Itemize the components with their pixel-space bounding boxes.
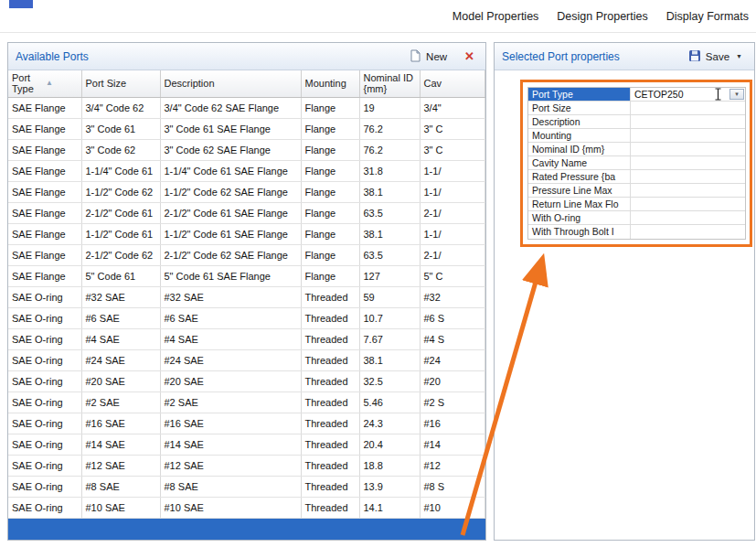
- table-cell[interactable]: 3/4": [420, 97, 485, 118]
- table-cell[interactable]: #8 SAE: [160, 476, 301, 497]
- menu-item-model-properties[interactable]: Model Properties: [451, 8, 541, 25]
- table-cell[interactable]: #6 SAE: [160, 307, 301, 328]
- property-row[interactable]: Description: [528, 115, 745, 129]
- table-cell[interactable]: #2 SAE: [81, 391, 160, 413]
- table-cell[interactable]: 63.5: [359, 202, 420, 223]
- property-value[interactable]: [631, 211, 745, 224]
- table-cell[interactable]: 2-1/2" Code 62 SAE Flange: [160, 244, 301, 265]
- table-cell[interactable]: 5" Code 61: [81, 265, 160, 286]
- table-cell[interactable]: 3" C: [420, 139, 485, 160]
- table-cell[interactable]: Flange: [301, 181, 359, 202]
- table-cell[interactable]: 3/4" Code 62: [81, 97, 160, 118]
- property-value[interactable]: [631, 198, 745, 210]
- table-cell[interactable]: 5.46: [359, 391, 420, 413]
- column-header-port-size[interactable]: Port Size: [81, 70, 160, 97]
- table-cell[interactable]: Threaded: [301, 497, 359, 518]
- table-cell[interactable]: 38.1: [359, 181, 420, 202]
- table-cell[interactable]: #32 SAE: [81, 286, 160, 307]
- property-row[interactable]: Port Size: [528, 102, 745, 115]
- table-cell[interactable]: Flange: [301, 160, 359, 181]
- table-cell[interactable]: 10.7: [359, 307, 420, 328]
- table-cell[interactable]: 19: [359, 97, 420, 118]
- table-cell[interactable]: 2-1/2" Code 62: [81, 244, 160, 265]
- table-cell[interactable]: Threaded: [301, 434, 359, 455]
- property-row[interactable]: With O-ring: [528, 211, 745, 225]
- property-label[interactable]: Description: [528, 115, 631, 128]
- table-cell[interactable]: SAE O-ring: [8, 307, 81, 328]
- property-label[interactable]: Pressure Line Max: [528, 184, 631, 197]
- table-cell[interactable]: Flange: [301, 223, 359, 244]
- table-cell[interactable]: #16 SAE: [160, 413, 301, 434]
- table-row[interactable]: SAE O-ring#4 SAE#4 SAEThreaded7.67#4 S: [8, 328, 485, 349]
- table-row[interactable]: SAE O-ring#14 SAE#14 SAEThreaded20.4#14: [8, 434, 485, 455]
- close-icon[interactable]: ✕: [461, 50, 478, 62]
- table-cell[interactable]: Flange: [301, 265, 359, 286]
- table-cell[interactable]: 2-1/: [420, 202, 485, 223]
- table-cell[interactable]: 1-1/2" Code 61 SAE Flange: [160, 223, 301, 244]
- table-row[interactable]: SAE O-ring#24 SAE#24 SAEThreaded38.1#24: [8, 349, 485, 370]
- table-cell[interactable]: #14 SAE: [160, 434, 301, 455]
- table-cell[interactable]: Threaded: [301, 455, 359, 476]
- table-cell[interactable]: #24: [420, 349, 485, 370]
- table-cell[interactable]: Threaded: [301, 286, 359, 307]
- new-button[interactable]: New: [404, 47, 452, 67]
- table-row[interactable]: SAE Flange1-1/4" Code 611-1/4" Code 61 S…: [8, 160, 485, 181]
- property-value[interactable]: [631, 102, 745, 114]
- property-value[interactable]: [631, 170, 745, 183]
- port-type-input[interactable]: CETOP250: [634, 89, 684, 100]
- table-cell[interactable]: SAE O-ring: [8, 413, 81, 434]
- table-cell[interactable]: SAE O-ring: [8, 497, 81, 518]
- table-cell[interactable]: #20 SAE: [81, 370, 160, 391]
- table-cell[interactable]: SAE Flange: [8, 244, 81, 265]
- table-row[interactable]: SAE Flange3/4" Code 623/4" Code 62 SAE F…: [8, 97, 485, 118]
- table-row[interactable]: SAE O-ring#16 SAE#16 SAEThreaded24.3#16: [8, 413, 485, 434]
- table-cell[interactable]: 1-1/: [420, 160, 485, 181]
- table-cell[interactable]: #16: [420, 413, 485, 434]
- property-label[interactable]: With O-ring: [528, 211, 631, 224]
- column-header-mounting[interactable]: Mounting: [301, 70, 359, 97]
- table-row[interactable]: SAE O-ring#32 SAE#32 SAEThreaded59#32: [8, 286, 485, 307]
- table-cell[interactable]: 1-1/2" Code 62 SAE Flange: [160, 181, 301, 202]
- table-cell[interactable]: #8 S: [420, 476, 485, 497]
- table-cell[interactable]: [160, 518, 301, 539]
- table-cell[interactable]: Threaded: [301, 413, 359, 434]
- table-cell[interactable]: [8, 518, 81, 539]
- table-cell[interactable]: [81, 518, 160, 539]
- table-cell[interactable]: #32: [420, 286, 485, 307]
- table-cell[interactable]: 38.1: [359, 349, 420, 370]
- property-label[interactable]: With Through Bolt I: [528, 225, 631, 239]
- table-cell[interactable]: #14 SAE: [81, 434, 160, 455]
- column-header-description[interactable]: Description: [160, 70, 301, 97]
- table-cell[interactable]: SAE O-ring: [8, 391, 81, 413]
- table-row[interactable]: SAE O-ring#6 SAE#6 SAEThreaded10.7#6 S: [8, 307, 485, 328]
- table-row[interactable]: SAE O-ring#12 SAE#12 SAEThreaded18.8#12: [8, 455, 485, 476]
- property-value[interactable]: CETOP250▾: [631, 88, 745, 101]
- table-row[interactable]: SAE O-ring#2 SAE#2 SAEThreaded5.46#2 S: [8, 391, 485, 413]
- table-cell[interactable]: SAE O-ring: [8, 476, 81, 497]
- table-cell[interactable]: 24.3: [359, 413, 420, 434]
- table-cell[interactable]: 3" Code 62 SAE Flange: [160, 139, 301, 160]
- column-header-port-type[interactable]: Port Type▲: [8, 70, 81, 97]
- table-cell[interactable]: Flange: [301, 139, 359, 160]
- table-cell[interactable]: 2-1/2" Code 61: [81, 202, 160, 223]
- table-cell[interactable]: #32 SAE: [160, 286, 301, 307]
- property-row[interactable]: Cavity Name: [528, 156, 745, 170]
- chevron-down-icon[interactable]: ▼: [736, 53, 742, 59]
- property-value[interactable]: [631, 184, 745, 197]
- table-cell[interactable]: #4 SAE: [81, 328, 160, 349]
- table-cell[interactable]: 31.8: [359, 160, 420, 181]
- table-cell[interactable]: #14: [420, 434, 485, 455]
- table-cell[interactable]: 76.2: [359, 118, 420, 139]
- table-cell[interactable]: 3" Code 62: [81, 139, 160, 160]
- table-cell[interactable]: #12: [420, 455, 485, 476]
- property-row[interactable]: Mounting: [528, 129, 745, 143]
- table-cell[interactable]: Threaded: [301, 307, 359, 328]
- property-label[interactable]: Mounting: [528, 129, 631, 142]
- table-cell[interactable]: [420, 518, 485, 539]
- column-header-cav[interactable]: Cav: [420, 70, 485, 97]
- property-label[interactable]: Return Line Max Flo: [528, 198, 631, 210]
- table-row[interactable]: SAE Flange1-1/2" Code 621-1/2" Code 62 S…: [8, 181, 485, 202]
- table-cell[interactable]: #20 SAE: [160, 370, 301, 391]
- property-value[interactable]: [631, 156, 745, 169]
- table-cell[interactable]: #10: [420, 497, 485, 518]
